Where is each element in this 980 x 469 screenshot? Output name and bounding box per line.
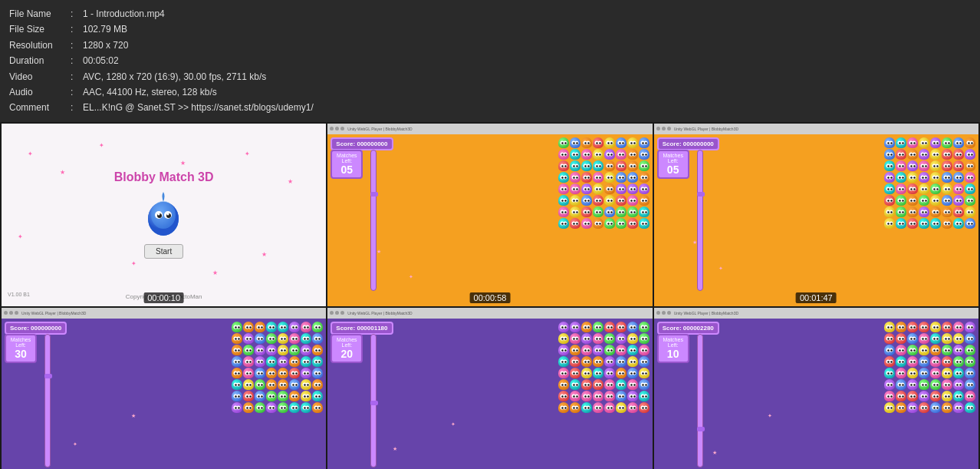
blob-cell	[639, 322, 649, 332]
blob-cell	[570, 402, 580, 413]
svg-point-2	[151, 201, 176, 229]
svg-point-755	[258, 407, 260, 408]
svg-point-504	[925, 223, 926, 224]
slider-handle-4[interactable]	[44, 374, 52, 378]
blob-cell	[312, 402, 323, 413]
svg-point-724	[261, 395, 263, 397]
svg-point-1212	[936, 384, 938, 385]
blob-cell	[255, 322, 265, 332]
svg-point-668	[284, 372, 286, 374]
svg-point-1115	[933, 349, 935, 351]
svg-point-531	[258, 326, 260, 328]
game-screen-2: Unity WebGL Player | BlobbyMatch3D Score…	[327, 124, 652, 306]
blob-cell	[930, 160, 941, 171]
blob-cell	[884, 345, 895, 355]
svg-point-563	[258, 338, 260, 339]
svg-point-215	[596, 211, 597, 213]
matches-label-2: Matches Left:	[337, 153, 357, 163]
svg-point-1024	[622, 407, 623, 408]
svg-point-495	[899, 223, 900, 224]
svg-point-196	[633, 200, 635, 201]
thumbnail-4[interactable]: Unity WebGL Player | BlobbyMatch3D Score…	[2, 308, 326, 469]
svg-point-587	[235, 349, 237, 351]
svg-point-20	[587, 142, 589, 144]
svg-point-583	[316, 338, 317, 339]
slider-handle-3[interactable]	[697, 192, 705, 197]
blob-cell	[919, 206, 929, 217]
svg-point-1228	[890, 395, 892, 397]
blob-cell	[942, 149, 952, 160]
matches-value-5: 20	[336, 348, 357, 360]
svg-point-460	[890, 211, 892, 213]
blob-cell	[289, 322, 300, 332]
score-2: Score: 000000000	[331, 137, 393, 150]
svg-point-780	[564, 326, 566, 328]
svg-point-275	[910, 142, 912, 144]
start-button[interactable]: Start	[144, 244, 183, 259]
svg-point-1079	[922, 338, 923, 339]
blob-cell	[558, 195, 569, 206]
thumb1-content: ✦ ★ ✦ ★ ✦ ★ ✦ ★ ✦ ★ Blobby Match 3D	[2, 124, 326, 306]
slider-2[interactable]	[370, 150, 377, 291]
blob-cell	[593, 183, 603, 194]
svg-point-1243	[933, 395, 935, 397]
svg-point-1264	[902, 407, 903, 408]
svg-point-604	[284, 349, 286, 351]
svg-point-496	[902, 223, 903, 224]
blob-cell	[266, 333, 277, 344]
svg-point-719	[247, 395, 248, 397]
svg-point-1104	[902, 349, 903, 351]
svg-point-944	[576, 384, 577, 385]
blob-cell	[627, 333, 638, 344]
slider-6[interactable]	[697, 334, 703, 467]
svg-point-1167	[899, 372, 900, 374]
blob-cell	[639, 345, 649, 355]
svg-point-104	[645, 165, 646, 167]
svg-point-1088	[948, 338, 949, 339]
thumbnail-5[interactable]: Unity WebGL Player | BlobbyMatch3D Score…	[327, 308, 652, 469]
svg-point-847	[573, 349, 574, 351]
blob-cell	[896, 356, 906, 367]
svg-point-616	[319, 349, 321, 351]
thumbnail-3[interactable]: Unity WebGL Player | BlobbyMatch3D Score…	[654, 124, 978, 306]
svg-point-672	[296, 372, 298, 374]
blob-cell	[930, 402, 941, 413]
svg-point-620	[238, 361, 240, 362]
svg-point-576	[296, 338, 298, 339]
svg-point-1067	[887, 338, 889, 339]
svg-point-644	[307, 361, 309, 362]
blob-cell	[289, 391, 300, 401]
blob-cell	[884, 322, 895, 332]
svg-point-39	[642, 142, 643, 144]
thumbnail-6[interactable]: Unity WebGL Player | BlobbyMatch3D Score…	[654, 308, 978, 469]
svg-point-792	[599, 326, 600, 328]
blob-cell	[301, 368, 311, 378]
svg-point-44	[564, 154, 566, 155]
slider-5[interactable]	[370, 334, 377, 467]
svg-point-320	[948, 154, 949, 155]
slider-handle-6[interactable]	[697, 427, 705, 431]
blob-cell	[627, 183, 638, 194]
svg-point-1240	[925, 395, 926, 397]
blob-cell	[558, 345, 569, 355]
svg-point-1059	[956, 326, 958, 328]
blob-cell	[570, 160, 580, 171]
svg-point-467	[910, 211, 912, 213]
svg-point-1047	[922, 326, 923, 328]
svg-point-144	[576, 188, 577, 190]
svg-point-339	[910, 165, 912, 167]
blob-cell	[593, 322, 603, 332]
resolution-value: 1280 x 720	[83, 38, 128, 53]
slider-handle-2[interactable]	[370, 192, 378, 197]
thumbnail-1[interactable]: ✦ ★ ✦ ★ ✦ ★ ✦ ★ ✦ ★ Blobby Match 3D	[2, 124, 326, 306]
svg-point-955	[607, 384, 609, 385]
slider-4[interactable]	[44, 334, 51, 467]
svg-point-476	[936, 211, 938, 213]
thumbnail-2[interactable]: Unity WebGL Player | BlobbyMatch3D Score…	[327, 124, 652, 306]
svg-point-487	[968, 211, 969, 213]
svg-point-632	[273, 361, 275, 362]
svg-point-800	[622, 326, 623, 328]
svg-point-1128	[971, 349, 972, 351]
slider-handle-5[interactable]	[370, 401, 378, 405]
slider-3[interactable]	[697, 150, 703, 291]
